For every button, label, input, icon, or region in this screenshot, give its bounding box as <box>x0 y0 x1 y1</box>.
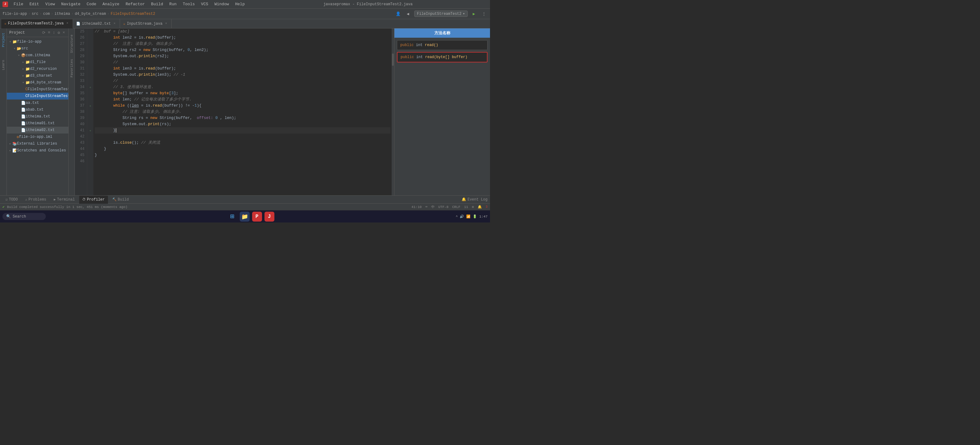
menu-tools[interactable]: Tools <box>180 1 197 7</box>
menu-navigate[interactable]: Navigate <box>59 1 83 7</box>
terminal-label: Terminal <box>57 198 75 202</box>
tree-label-com-itheima: com.itheima <box>25 53 68 57</box>
menu-run[interactable]: Run <box>167 1 179 7</box>
method-kw-0: public <box>400 43 416 47</box>
breadcrumb-part-3[interactable]: itheima <box>54 12 70 16</box>
structure-label[interactable]: Structure <box>70 35 74 53</box>
breadcrumb-part-0[interactable]: file-io-app <box>3 12 27 16</box>
tab-terminal[interactable]: ▶ Terminal <box>51 196 78 204</box>
tree-label-ext-lib: External Libraries <box>17 141 68 146</box>
editor-scrollbar[interactable] <box>391 29 394 195</box>
method-panel: 方法名称 public int read() public int read(b… <box>394 29 490 195</box>
panel-actions: ⟳ ≡ ↕ ⚙ × <box>41 30 66 36</box>
status-keyboard-icon[interactable]: ⌨ <box>425 205 428 209</box>
code-line-30: // <box>95 59 390 65</box>
status-indent[interactable]: 11 <box>464 205 468 209</box>
tab-fileinputstreamtest2[interactable]: ☕ FileInputStreamTest2.java × <box>1 19 73 29</box>
code-lines[interactable]: // buf = [abc] int len2 = is.read(buffer… <box>94 29 391 195</box>
panel-collapse-icon[interactable]: ≡ <box>47 30 51 36</box>
sidebar-label-project[interactable]: Project <box>1 31 6 49</box>
status-line-endings[interactable]: CRLF <box>452 205 460 209</box>
menu-view[interactable]: View <box>43 1 57 7</box>
tab-problems[interactable]: ⚠ Problems <box>22 196 49 204</box>
tab-close-0[interactable]: × <box>65 21 70 25</box>
tree-item-scratches[interactable]: ▸ 📝 Scratches and Consoles <box>7 147 68 154</box>
status-encoding2[interactable]: UTF-8 <box>438 205 449 209</box>
tree-item-d3-charset[interactable]: ▸ 📁 d3_charset <box>7 72 68 79</box>
status-settings-icon[interactable]: ⚙ <box>472 205 474 209</box>
breadcrumb-part-4[interactable]: d4_byte_stream <box>75 12 106 16</box>
status-encoding[interactable]: 中 <box>431 204 434 209</box>
tree-item-d4-byte-stream[interactable]: ▾ 📁 d4_byte_stream <box>7 79 68 86</box>
panel-settings-icon[interactable]: ⚙ <box>57 30 61 36</box>
menu-analyze[interactable]: Analyze <box>100 1 122 7</box>
breadcrumb-part-1[interactable]: src <box>32 12 38 16</box>
build-icon: 🔨 <box>112 198 117 201</box>
app-icon: J <box>3 2 8 7</box>
method-item-0[interactable]: public int read() <box>397 40 487 50</box>
run-config[interactable]: FileInputStreamTest2 ▾ <box>414 11 468 17</box>
taskbar-search[interactable]: 🔍 Search <box>3 213 46 220</box>
gutter-39 <box>88 115 93 121</box>
menu-file[interactable]: File <box>11 1 25 7</box>
menu-edit[interactable]: Edit <box>27 1 41 7</box>
taskbar-jetbrains-icon[interactable]: J <box>264 212 274 222</box>
status-right: 41:10 ⌨ 中 UTF-8 CRLF 11 ⚙ 🔔 3 <box>411 204 487 209</box>
taskbar-windows-icon[interactable]: ⊞ <box>228 212 237 222</box>
panel-sort-icon[interactable]: ↕ <box>52 30 56 36</box>
more-button[interactable]: ⋮ <box>480 10 487 17</box>
tab-inputstream[interactable]: ☕ InputStream.java × <box>120 19 172 29</box>
menu-build[interactable]: Build <box>148 1 165 7</box>
favorites-label[interactable]: Favorites <box>70 59 74 77</box>
breadcrumb-current[interactable]: FileInputStreamTest2 <box>111 12 155 16</box>
event-log[interactable]: 🔔 Event Log <box>461 197 487 202</box>
back-icon[interactable]: ◀ <box>404 10 412 17</box>
notification-icon[interactable]: 🔔 <box>477 205 482 209</box>
tree-item-d1-file[interactable]: ▸ 📁 d1_file <box>7 59 68 65</box>
taskbar-explorer-icon[interactable]: 📁 <box>240 212 250 222</box>
tree-item-fist1[interactable]: C FileInputStreamTest1 <box>7 86 68 93</box>
method-item-1[interactable]: public int read(byte[] buffer) <box>397 52 487 62</box>
tab-profiler[interactable]: ⏱ Profiler <box>79 196 108 204</box>
menu-help[interactable]: Help <box>232 1 247 7</box>
menu-window[interactable]: Window <box>212 1 231 7</box>
folder-icon-d3: 📁 <box>25 74 30 78</box>
taskbar-powerpoint-icon[interactable]: P <box>252 212 262 222</box>
tab-close-1[interactable]: × <box>112 22 117 26</box>
panel-sync-icon[interactable]: ⟳ <box>41 30 46 36</box>
tree-item-d2-recursion[interactable]: ▸ 📁 d2_recursion <box>7 65 68 72</box>
tab-close-2[interactable]: × <box>164 22 168 26</box>
tree-arrow-d4: ▾ <box>21 81 25 84</box>
sidebar-label-learn[interactable]: Learn <box>1 58 6 72</box>
status-cursor: 41:10 <box>411 205 422 209</box>
tree-item-iml[interactable]: ⚙ file-io-app.iml <box>7 133 68 140</box>
code-container[interactable]: 2526272829 3031323334 3536373839 4041424… <box>75 29 394 195</box>
gutter-41: ⬦ <box>88 127 93 133</box>
tab-todo[interactable]: ☑ TODO <box>3 196 21 204</box>
tree-item-itheima02[interactable]: 📄 itheima02.txt <box>7 127 68 133</box>
tab-label-0: FileInputStreamTest2.java <box>8 21 64 25</box>
tree-item-aa[interactable]: 📄 aa.txt <box>7 100 68 106</box>
tree-item-fist2[interactable]: C FileInputStreamTest2 <box>7 93 68 100</box>
scroll-thumb[interactable] <box>392 54 394 66</box>
txt-icon-itheima02: 📄 <box>21 128 25 133</box>
tree-item-ext-lib[interactable]: ▸ 📚 External Libraries <box>7 140 68 147</box>
run-button[interactable]: ▶ <box>470 10 477 17</box>
tree-item-com-itheima[interactable]: ▾ 📦 com.itheima <box>7 52 68 59</box>
tree-item-src[interactable]: ▾ 📂 src <box>7 45 68 52</box>
breadcrumb-part-2[interactable]: com <box>43 12 50 16</box>
window-title: javasepromax - FileInputStreamTest2.java <box>248 2 487 6</box>
tab-itheima02[interactable]: 📄 itheima02.txt × <box>73 19 120 29</box>
panel-close-icon[interactable]: × <box>62 30 66 36</box>
tab-build[interactable]: 🔨 Build <box>109 196 132 204</box>
menu-refactor[interactable]: Refactor <box>123 1 147 7</box>
main-area: Project Learn Project ⟳ ≡ ↕ ⚙ × ▾ 📁 file… <box>0 29 490 195</box>
account-icon[interactable]: 👤 <box>395 10 402 17</box>
tree-item-abab[interactable]: 📄 abab.txt <box>7 106 68 113</box>
tree-item-itheima-txt[interactable]: 📄 itheima.txt <box>7 113 68 120</box>
tree-item-itheima01[interactable]: 📄 itheima01.txt <box>7 120 68 127</box>
code-line-27: // 注意: 读取多少, 倒出多少. <box>95 41 390 47</box>
tree-item-file-io-app[interactable]: ▾ 📁 file-io-app <box>7 38 68 45</box>
menu-code[interactable]: Code <box>84 1 99 7</box>
menu-vcs[interactable]: VCS <box>199 1 211 7</box>
